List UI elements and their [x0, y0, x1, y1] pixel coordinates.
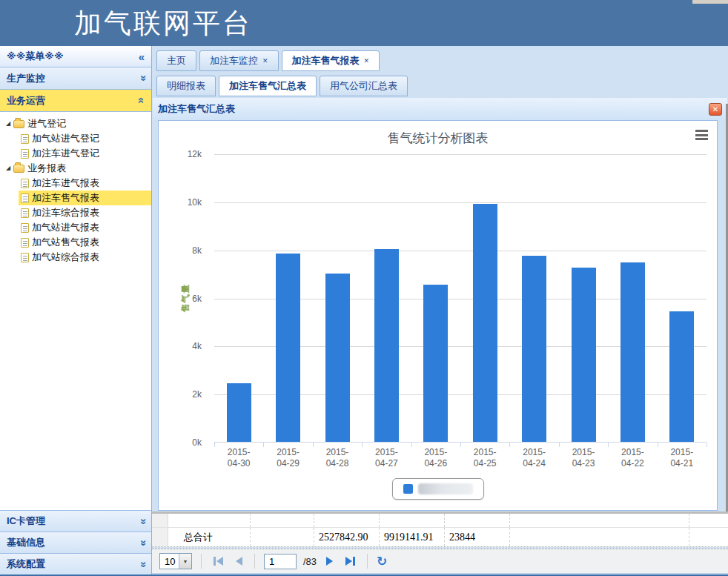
x-tick-label: 2015-04-22: [608, 447, 657, 469]
tree-label: 加气站综合报表: [32, 251, 99, 264]
tree-item[interactable]: 加注车进气报表: [19, 176, 151, 191]
gridline: [214, 202, 707, 203]
tree-item[interactable]: 加气站进气登记: [19, 131, 151, 146]
sidebar-section-business[interactable]: 业务运营 «: [0, 90, 151, 112]
tree-item[interactable]: 加注车综合报表: [19, 205, 151, 220]
tab-gas-company-summary[interactable]: 用气公司汇总表: [320, 76, 408, 96]
close-icon[interactable]: ✕: [364, 58, 370, 64]
app-header: 加气联网平台: [0, 0, 728, 46]
x-tick-label: 2015-04-21: [658, 447, 707, 469]
prev-page-icon: [236, 557, 242, 566]
panel-header: 加注车售气汇总表 ✕: [153, 98, 727, 120]
x-tick-label: 2015-04-27: [362, 447, 411, 469]
tree-item[interactable]: 加注车进气登记: [19, 146, 151, 161]
sidebar-section-basic-info[interactable]: 基础信息 «: [0, 532, 151, 553]
tree-folder-intake[interactable]: ◢ 进气登记: [0, 116, 151, 131]
section-label: IC卡管理: [7, 514, 45, 528]
bar[interactable]: [276, 254, 300, 442]
panel-title: 加注车售气汇总表: [158, 102, 235, 116]
bar[interactable]: [621, 262, 645, 442]
bar[interactable]: [572, 268, 596, 442]
grid-empty-row: [152, 514, 728, 528]
document-icon: [21, 149, 29, 159]
chevron-down-icon: «: [136, 518, 147, 524]
main-area: 主页 加注车监控 ✕ 加注车售气报表 ✕ 明细报表 加注车售气汇总表 用气公司汇…: [152, 46, 728, 576]
sidebar-section-system-config[interactable]: 系统配置 «: [0, 553, 151, 575]
y-tick-label: 4k: [192, 341, 202, 351]
tree-item[interactable]: 加气站综合报表: [19, 250, 151, 265]
panel-close-button[interactable]: ✕: [709, 103, 722, 116]
first-page-button[interactable]: [211, 553, 226, 569]
x-tick-label: 2015-04-25: [460, 447, 509, 469]
section-label: 业务运营: [7, 94, 45, 107]
bar[interactable]: [669, 311, 694, 442]
y-tick-label: 0k: [192, 437, 202, 448]
tree-label: 加注车进气报表: [32, 176, 99, 190]
last-page-button[interactable]: [343, 553, 358, 569]
tab-label: 加注车售气报表: [292, 54, 360, 67]
separator: [201, 554, 202, 569]
y-tick-label: 10k: [188, 197, 202, 208]
page-size-select[interactable]: 10 ▼: [159, 553, 192, 569]
sidebar: ※※菜单※※ « 生产监控 « 业务运营 « ◢ 进气登记 加气站进气登记 加注…: [0, 46, 152, 576]
x-tick-label: 2015-04-30: [214, 447, 263, 469]
bar[interactable]: [227, 383, 251, 442]
tree-label: 加气站售气报表: [32, 236, 99, 249]
tree-item[interactable]: 加气站进气报表: [19, 220, 151, 235]
x-tick-label: 2015-04-26: [411, 447, 460, 469]
collapse-sidebar-icon[interactable]: «: [139, 51, 145, 62]
tab-label: 明细报表: [167, 79, 205, 93]
tree-label: 进气登记: [27, 117, 66, 130]
tab-detail-report[interactable]: 明细报表: [156, 76, 216, 96]
tab-home[interactable]: 主页: [156, 50, 196, 71]
first-page-icon: [216, 557, 223, 566]
tab-truck-sales-summary[interactable]: 加注车售气汇总表: [219, 76, 317, 96]
gridline: [214, 251, 707, 251]
refresh-button[interactable]: ↻: [377, 555, 387, 568]
tab-label: 加注车监控: [210, 54, 258, 67]
y-tick-label: 2k: [192, 389, 202, 400]
tree-label: 加注车售气报表: [32, 191, 99, 205]
page-size-value: 10: [160, 556, 175, 567]
tree-label: 加气站进气登记: [32, 132, 99, 145]
corner-artifact: [692, 0, 728, 4]
tab-label: 主页: [167, 54, 186, 67]
summary-row: 总合计 2527842.90 9919141.91 23844: [152, 528, 728, 547]
total-pages-label: /83: [303, 556, 317, 567]
chart-title: 售气统计分析图表: [159, 130, 717, 147]
sidebar-section-production[interactable]: 生产监控 «: [0, 67, 151, 90]
bar[interactable]: [522, 256, 546, 442]
y-tick-label: 12k: [188, 149, 202, 159]
tree-caret-icon[interactable]: ◢: [6, 165, 10, 171]
next-page-button[interactable]: [323, 553, 336, 569]
close-icon[interactable]: ✕: [262, 58, 268, 64]
bar[interactable]: [374, 249, 399, 442]
summary-value-volume: 9919141.91: [380, 528, 445, 546]
tree-caret-icon[interactable]: ◢: [6, 121, 10, 127]
bar[interactable]: [325, 274, 350, 442]
row-header-cell: [152, 514, 168, 527]
tab-label: 加注车售气汇总表: [229, 79, 306, 93]
tree-label: 加气站进气报表: [32, 221, 99, 234]
tree-label: 加注车进气登记: [32, 147, 99, 160]
tree-item-selected[interactable]: 加注车售气报表: [19, 191, 151, 205]
document-icon: [21, 134, 29, 144]
tab-label: 用气公司汇总表: [330, 79, 397, 93]
sidebar-menu-header: ※※菜单※※ «: [0, 46, 151, 67]
sidebar-section-ic-card[interactable]: IC卡管理 «: [0, 510, 151, 532]
tab-truck-monitor[interactable]: 加注车监控 ✕: [199, 50, 279, 71]
tree-folder-reports[interactable]: ◢ 业务报表: [0, 161, 151, 176]
last-page-icon: [345, 557, 352, 566]
legend[interactable]: [392, 478, 484, 500]
prev-page-button[interactable]: [233, 553, 245, 569]
chart-menu-button[interactable]: [695, 130, 708, 140]
dropdown-arrow-icon[interactable]: ▼: [179, 554, 191, 569]
tab-truck-sales-report[interactable]: 加注车售气报表 ✕: [282, 50, 380, 71]
document-icon: [21, 193, 29, 203]
tab-row-secondary: 明细报表 加注车售气汇总表 用气公司汇总表: [152, 71, 728, 96]
bar[interactable]: [473, 204, 497, 442]
bar[interactable]: [423, 285, 448, 442]
document-icon: [21, 179, 29, 188]
tree-item[interactable]: 加气站售气报表: [19, 235, 151, 250]
page-input[interactable]: [264, 554, 297, 569]
